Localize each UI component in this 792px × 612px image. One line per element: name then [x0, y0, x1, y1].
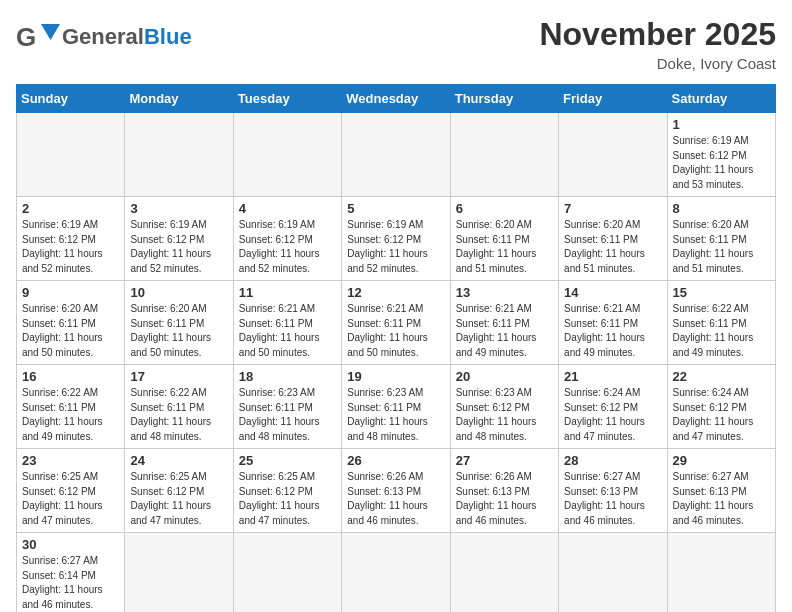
location: Doke, Ivory Coast [539, 55, 776, 72]
day-number: 22 [673, 369, 770, 384]
calendar-week-row: 9Sunrise: 6:20 AM Sunset: 6:11 PM Daylig… [17, 281, 776, 365]
calendar-cell [559, 533, 667, 613]
calendar-week-row: 16Sunrise: 6:22 AM Sunset: 6:11 PM Dayli… [17, 365, 776, 449]
page-header: G GeneralBlue November 2025 Doke, Ivory … [16, 16, 776, 72]
calendar-cell: 4Sunrise: 6:19 AM Sunset: 6:12 PM Daylig… [233, 197, 341, 281]
calendar-cell: 6Sunrise: 6:20 AM Sunset: 6:11 PM Daylig… [450, 197, 558, 281]
day-number: 13 [456, 285, 553, 300]
calendar-cell: 10Sunrise: 6:20 AM Sunset: 6:11 PM Dayli… [125, 281, 233, 365]
logo-icon: G [16, 16, 66, 58]
title-section: November 2025 Doke, Ivory Coast [539, 16, 776, 72]
day-number: 18 [239, 369, 336, 384]
calendar-cell: 8Sunrise: 6:20 AM Sunset: 6:11 PM Daylig… [667, 197, 775, 281]
calendar-cell: 15Sunrise: 6:22 AM Sunset: 6:11 PM Dayli… [667, 281, 775, 365]
svg-text:G: G [16, 22, 36, 52]
day-number: 9 [22, 285, 119, 300]
calendar-week-row: 2Sunrise: 6:19 AM Sunset: 6:12 PM Daylig… [17, 197, 776, 281]
calendar-cell [17, 113, 125, 197]
day-info: Sunrise: 6:19 AM Sunset: 6:12 PM Dayligh… [130, 218, 227, 276]
day-info: Sunrise: 6:22 AM Sunset: 6:11 PM Dayligh… [130, 386, 227, 444]
day-info: Sunrise: 6:23 AM Sunset: 6:12 PM Dayligh… [456, 386, 553, 444]
day-number: 11 [239, 285, 336, 300]
calendar-cell [559, 113, 667, 197]
calendar-day-header: Tuesday [233, 85, 341, 113]
day-number: 20 [456, 369, 553, 384]
calendar-header-row: SundayMondayTuesdayWednesdayThursdayFrid… [17, 85, 776, 113]
calendar: SundayMondayTuesdayWednesdayThursdayFrid… [16, 84, 776, 612]
calendar-cell: 25Sunrise: 6:25 AM Sunset: 6:12 PM Dayli… [233, 449, 341, 533]
day-number: 2 [22, 201, 119, 216]
calendar-cell: 11Sunrise: 6:21 AM Sunset: 6:11 PM Dayli… [233, 281, 341, 365]
day-number: 16 [22, 369, 119, 384]
calendar-cell [450, 533, 558, 613]
day-info: Sunrise: 6:20 AM Sunset: 6:11 PM Dayligh… [564, 218, 661, 276]
day-info: Sunrise: 6:19 AM Sunset: 6:12 PM Dayligh… [239, 218, 336, 276]
calendar-cell: 13Sunrise: 6:21 AM Sunset: 6:11 PM Dayli… [450, 281, 558, 365]
day-info: Sunrise: 6:27 AM Sunset: 6:13 PM Dayligh… [673, 470, 770, 528]
day-info: Sunrise: 6:21 AM Sunset: 6:11 PM Dayligh… [564, 302, 661, 360]
calendar-cell [450, 113, 558, 197]
day-number: 30 [22, 537, 119, 552]
calendar-cell [233, 113, 341, 197]
calendar-week-row: 1Sunrise: 6:19 AM Sunset: 6:12 PM Daylig… [17, 113, 776, 197]
day-number: 24 [130, 453, 227, 468]
calendar-cell: 14Sunrise: 6:21 AM Sunset: 6:11 PM Dayli… [559, 281, 667, 365]
day-info: Sunrise: 6:19 AM Sunset: 6:12 PM Dayligh… [22, 218, 119, 276]
day-info: Sunrise: 6:22 AM Sunset: 6:11 PM Dayligh… [22, 386, 119, 444]
calendar-cell [342, 533, 450, 613]
day-info: Sunrise: 6:26 AM Sunset: 6:13 PM Dayligh… [347, 470, 444, 528]
calendar-cell [342, 113, 450, 197]
day-info: Sunrise: 6:21 AM Sunset: 6:11 PM Dayligh… [239, 302, 336, 360]
month-title: November 2025 [539, 16, 776, 53]
calendar-cell: 20Sunrise: 6:23 AM Sunset: 6:12 PM Dayli… [450, 365, 558, 449]
day-number: 17 [130, 369, 227, 384]
calendar-cell: 16Sunrise: 6:22 AM Sunset: 6:11 PM Dayli… [17, 365, 125, 449]
calendar-day-header: Wednesday [342, 85, 450, 113]
calendar-cell: 30Sunrise: 6:27 AM Sunset: 6:14 PM Dayli… [17, 533, 125, 613]
calendar-cell: 26Sunrise: 6:26 AM Sunset: 6:13 PM Dayli… [342, 449, 450, 533]
calendar-cell [233, 533, 341, 613]
calendar-cell: 7Sunrise: 6:20 AM Sunset: 6:11 PM Daylig… [559, 197, 667, 281]
day-info: Sunrise: 6:20 AM Sunset: 6:11 PM Dayligh… [673, 218, 770, 276]
day-info: Sunrise: 6:20 AM Sunset: 6:11 PM Dayligh… [130, 302, 227, 360]
day-number: 14 [564, 285, 661, 300]
day-info: Sunrise: 6:24 AM Sunset: 6:12 PM Dayligh… [564, 386, 661, 444]
day-info: Sunrise: 6:27 AM Sunset: 6:14 PM Dayligh… [22, 554, 119, 612]
logo-general: General [62, 24, 144, 50]
day-info: Sunrise: 6:20 AM Sunset: 6:11 PM Dayligh… [22, 302, 119, 360]
day-info: Sunrise: 6:27 AM Sunset: 6:13 PM Dayligh… [564, 470, 661, 528]
day-info: Sunrise: 6:20 AM Sunset: 6:11 PM Dayligh… [456, 218, 553, 276]
day-number: 29 [673, 453, 770, 468]
calendar-cell [125, 533, 233, 613]
calendar-cell: 5Sunrise: 6:19 AM Sunset: 6:12 PM Daylig… [342, 197, 450, 281]
calendar-cell: 27Sunrise: 6:26 AM Sunset: 6:13 PM Dayli… [450, 449, 558, 533]
calendar-cell: 29Sunrise: 6:27 AM Sunset: 6:13 PM Dayli… [667, 449, 775, 533]
day-number: 19 [347, 369, 444, 384]
day-number: 25 [239, 453, 336, 468]
calendar-cell: 9Sunrise: 6:20 AM Sunset: 6:11 PM Daylig… [17, 281, 125, 365]
calendar-cell: 21Sunrise: 6:24 AM Sunset: 6:12 PM Dayli… [559, 365, 667, 449]
calendar-day-header: Saturday [667, 85, 775, 113]
day-number: 5 [347, 201, 444, 216]
logo: G GeneralBlue [16, 16, 192, 58]
day-info: Sunrise: 6:21 AM Sunset: 6:11 PM Dayligh… [456, 302, 553, 360]
day-number: 1 [673, 117, 770, 132]
day-info: Sunrise: 6:19 AM Sunset: 6:12 PM Dayligh… [673, 134, 770, 192]
calendar-cell: 19Sunrise: 6:23 AM Sunset: 6:11 PM Dayli… [342, 365, 450, 449]
day-number: 6 [456, 201, 553, 216]
calendar-cell: 3Sunrise: 6:19 AM Sunset: 6:12 PM Daylig… [125, 197, 233, 281]
calendar-cell: 24Sunrise: 6:25 AM Sunset: 6:12 PM Dayli… [125, 449, 233, 533]
calendar-cell: 12Sunrise: 6:21 AM Sunset: 6:11 PM Dayli… [342, 281, 450, 365]
day-info: Sunrise: 6:21 AM Sunset: 6:11 PM Dayligh… [347, 302, 444, 360]
calendar-cell: 1Sunrise: 6:19 AM Sunset: 6:12 PM Daylig… [667, 113, 775, 197]
day-info: Sunrise: 6:23 AM Sunset: 6:11 PM Dayligh… [239, 386, 336, 444]
calendar-day-header: Friday [559, 85, 667, 113]
day-number: 10 [130, 285, 227, 300]
day-info: Sunrise: 6:24 AM Sunset: 6:12 PM Dayligh… [673, 386, 770, 444]
logo-brand: G GeneralBlue [16, 16, 192, 58]
calendar-cell: 23Sunrise: 6:25 AM Sunset: 6:12 PM Dayli… [17, 449, 125, 533]
calendar-cell [125, 113, 233, 197]
day-info: Sunrise: 6:26 AM Sunset: 6:13 PM Dayligh… [456, 470, 553, 528]
day-number: 23 [22, 453, 119, 468]
calendar-day-header: Thursday [450, 85, 558, 113]
